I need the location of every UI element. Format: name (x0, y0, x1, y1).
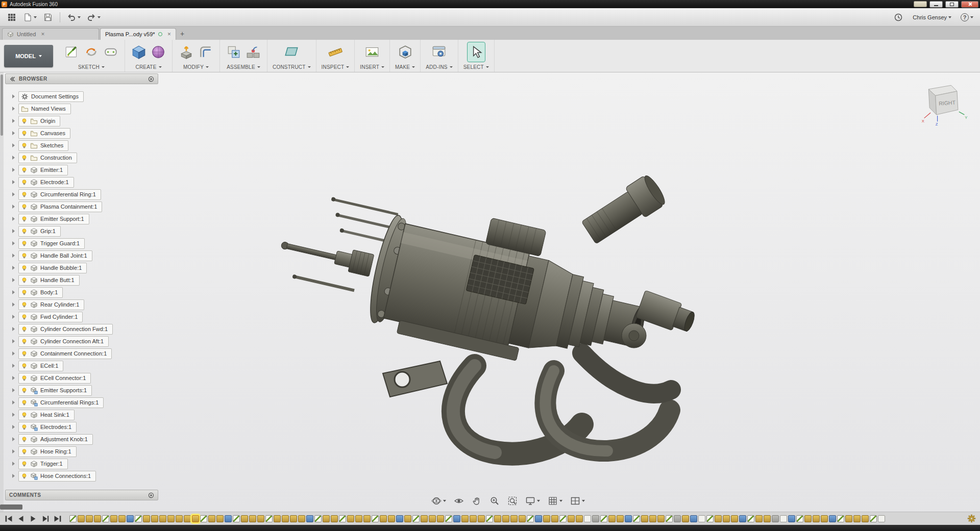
job-status-button[interactable] (892, 11, 905, 24)
timeline-feature[interactable] (510, 515, 518, 522)
timeline-feature[interactable] (167, 515, 175, 522)
browser-item[interactable]: Emitter Supports:1 (5, 385, 158, 396)
timeline-feature-white[interactable] (698, 515, 705, 522)
timeline-sketch-feature[interactable] (633, 515, 640, 522)
scripts-addins-button[interactable] (430, 42, 448, 62)
expand-arrow-icon[interactable] (12, 180, 15, 184)
timeline-feature[interactable] (274, 515, 281, 522)
workspace-selector[interactable]: MODEL (4, 45, 53, 67)
timeline-sketch-feature[interactable] (200, 515, 207, 522)
browser-item[interactable]: Sketches (5, 140, 158, 151)
timeline-feature[interactable] (649, 515, 656, 522)
timeline-feature[interactable] (437, 515, 444, 522)
expand-arrow-icon[interactable] (12, 388, 15, 392)
ribbon-group-label[interactable]: SELECT (463, 64, 489, 70)
timeline-feature[interactable] (110, 515, 117, 522)
timeline-feature-blue[interactable] (788, 515, 795, 522)
fit-button[interactable] (506, 495, 519, 507)
timeline-sketch-feature[interactable] (314, 515, 322, 522)
ribbon-group-label[interactable]: CREATE (135, 64, 161, 70)
timeline-feature[interactable] (282, 515, 289, 522)
browser-item[interactable]: Origin (5, 115, 158, 127)
browser-item[interactable]: Construction (5, 152, 158, 163)
timeline-feature-blue[interactable] (225, 515, 232, 522)
timeline-feature[interactable] (78, 515, 85, 522)
timeline-sketch-feature[interactable] (837, 515, 844, 522)
app-grid-button[interactable] (5, 11, 18, 24)
left-scrollbar[interactable] (0, 72, 4, 512)
timeline-feature[interactable] (257, 515, 264, 522)
browser-item[interactable]: Document Settings (5, 91, 158, 102)
tab-plasma-pistol[interactable]: Plasma P...ody v59* ✕ (100, 28, 176, 40)
sketch-tools-button[interactable] (102, 42, 119, 62)
ribbon-group-label[interactable]: SKETCH (78, 64, 105, 70)
timeline-feature[interactable] (519, 515, 526, 522)
timeline-feature-blue[interactable] (306, 515, 313, 522)
expand-arrow-icon[interactable] (12, 205, 15, 209)
comments-state-icon[interactable] (148, 492, 154, 498)
expand-arrow-icon[interactable] (12, 290, 15, 294)
timeline-feature-blue[interactable] (535, 515, 542, 522)
timeline-feature[interactable] (347, 515, 354, 522)
browser-item[interactable]: Hose Ring:1 (5, 446, 158, 457)
pan-button[interactable] (470, 495, 483, 507)
timeline-feature[interactable] (208, 515, 215, 522)
timeline-feature[interactable] (143, 515, 150, 522)
timeline-feature[interactable] (470, 515, 477, 522)
browser-item[interactable]: Emitter Support:1 (5, 213, 158, 224)
expand-arrow-icon[interactable] (12, 302, 15, 307)
timeline-feature[interactable] (86, 515, 93, 522)
expand-arrow-icon[interactable] (12, 364, 15, 368)
timeline-feature[interactable] (94, 515, 101, 522)
press-pull-button[interactable] (178, 42, 195, 62)
timeline-settings-gear-icon[interactable] (967, 514, 976, 523)
browser-header[interactable]: BROWSER (5, 73, 158, 84)
timeline-feature[interactable] (151, 515, 158, 522)
browser-item[interactable]: ECell:1 (5, 360, 158, 371)
timeline-feature[interactable] (363, 515, 371, 522)
timeline-feature-blue[interactable] (690, 515, 697, 522)
timeline-feature[interactable] (804, 515, 812, 522)
joint-button[interactable] (244, 42, 262, 62)
user-menu-button[interactable]: Chris Gensey (911, 11, 953, 24)
new-tab-button[interactable]: + (177, 29, 187, 39)
timeline-sketch-feature[interactable] (233, 515, 240, 522)
close-tab-icon[interactable]: ✕ (41, 32, 45, 37)
expand-arrow-icon[interactable] (12, 339, 15, 343)
timeline-sketch-feature[interactable] (265, 515, 273, 522)
browser-item[interactable]: Electrodes:1 (5, 421, 158, 433)
redo-button[interactable] (85, 11, 102, 24)
expand-arrow-icon[interactable] (12, 413, 15, 417)
timeline-feature[interactable] (118, 515, 126, 522)
timeline-feature[interactable] (813, 515, 820, 522)
fillet-button[interactable] (197, 42, 214, 62)
timeline-step-back-button[interactable] (16, 514, 26, 523)
bottom-left-scrollbar[interactable] (0, 504, 22, 510)
timeline-feature[interactable] (323, 515, 330, 522)
collapse-panel-icon[interactable] (9, 76, 15, 82)
expand-arrow-icon[interactable] (12, 351, 15, 356)
viewports-button[interactable] (569, 495, 586, 507)
timeline-sketch-feature[interactable] (796, 515, 803, 522)
insert-image-button[interactable] (363, 42, 381, 62)
timeline-sketch-feature[interactable] (666, 515, 673, 522)
expand-arrow-icon[interactable] (12, 241, 15, 245)
expand-arrow-icon[interactable] (12, 143, 15, 147)
browser-item[interactable]: Heat Sink:1 (5, 409, 158, 420)
timeline-sketch-feature[interactable] (870, 515, 877, 522)
measure-button[interactable] (327, 42, 344, 62)
timeline-feature-blue[interactable] (625, 515, 632, 522)
timeline-feature[interactable] (608, 515, 616, 522)
browser-item[interactable]: Trigger Guard:1 (5, 238, 158, 249)
timeline-feature[interactable] (290, 515, 297, 522)
timeline-sketch-feature[interactable] (102, 515, 109, 522)
select-cursor-button[interactable] (468, 42, 485, 62)
expand-arrow-icon[interactable] (12, 229, 15, 233)
expand-arrow-icon[interactable] (12, 449, 15, 453)
timeline-feature[interactable] (682, 515, 689, 522)
timeline-feature-white[interactable] (878, 515, 885, 522)
timeline-feature-blue[interactable] (739, 515, 746, 522)
expand-arrow-icon[interactable] (12, 156, 15, 160)
timeline-sketch-feature[interactable] (412, 515, 420, 522)
browser-item[interactable]: Fwd Cylinder:1 (5, 311, 158, 322)
